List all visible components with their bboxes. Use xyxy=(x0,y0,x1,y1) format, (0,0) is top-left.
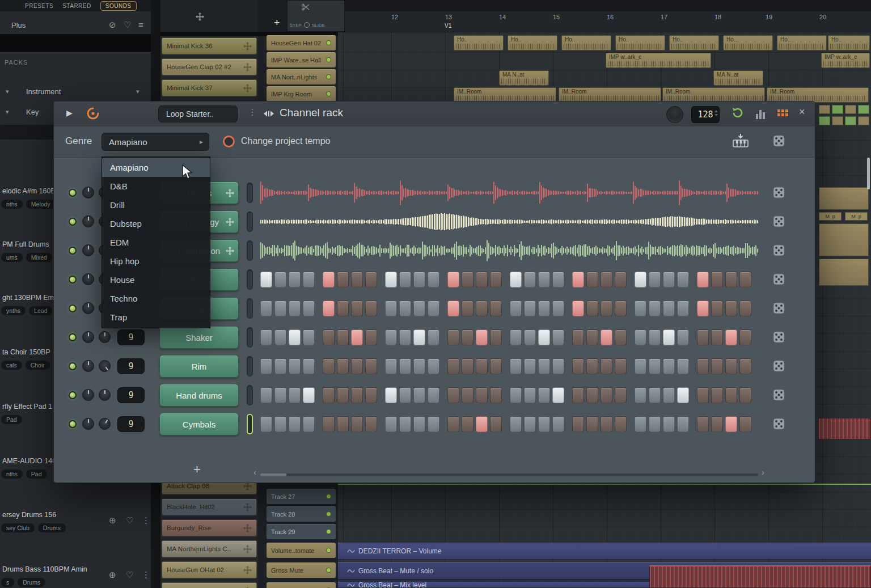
step-cell[interactable] xyxy=(615,272,627,287)
step-cell[interactable] xyxy=(351,272,363,287)
step-cell[interactable] xyxy=(351,416,363,432)
step-cell[interactable] xyxy=(677,329,689,345)
step-cell[interactable] xyxy=(677,358,689,374)
move-icon[interactable] xyxy=(243,545,252,553)
pan-knob[interactable] xyxy=(82,418,94,430)
step-cell[interactable] xyxy=(649,329,661,345)
tag-chip[interactable]: Pad xyxy=(1,415,22,424)
step-cell[interactable] xyxy=(476,358,488,374)
step-cell[interactable] xyxy=(399,272,411,287)
step-cell[interactable] xyxy=(615,301,627,316)
step-cell[interactable] xyxy=(572,272,584,287)
step-cell[interactable] xyxy=(649,416,661,432)
channel-target-indicator[interactable] xyxy=(247,240,253,261)
step-cell[interactable] xyxy=(725,301,737,316)
step-cell[interactable] xyxy=(413,301,425,316)
add-channel-button[interactable]: + xyxy=(193,462,201,477)
step-cell[interactable] xyxy=(725,416,737,432)
step-cell[interactable] xyxy=(413,387,425,403)
tempo-display[interactable]: 128 xyxy=(691,106,720,123)
step-cell[interactable] xyxy=(635,329,646,345)
dice-icon[interactable] xyxy=(773,187,785,198)
dice-icon[interactable] xyxy=(773,302,785,314)
scroll-right-icon[interactable]: › xyxy=(762,467,764,477)
mini-cell[interactable] xyxy=(819,116,830,125)
step-cell[interactable] xyxy=(274,416,286,432)
tag-chip[interactable]: Drums xyxy=(38,523,66,532)
step-cell[interactable] xyxy=(365,358,377,374)
dice-icon[interactable] xyxy=(773,215,785,227)
step-cell[interactable] xyxy=(649,358,661,374)
step-cell[interactable] xyxy=(260,301,272,316)
step-cell[interactable] xyxy=(462,358,473,374)
step-cell[interactable] xyxy=(615,387,627,403)
dice-icon[interactable] xyxy=(773,244,785,256)
step-cell[interactable] xyxy=(260,329,272,345)
genre-option-dubstep[interactable]: Dubstep xyxy=(102,214,210,233)
step-cell[interactable] xyxy=(385,301,397,316)
browser-tab-presets[interactable]: PRESETS xyxy=(25,3,53,9)
step-cell[interactable] xyxy=(663,329,675,345)
channel-target-indicator[interactable] xyxy=(247,385,253,405)
step-cell[interactable] xyxy=(711,416,723,432)
step-cell[interactable] xyxy=(289,387,301,403)
step-cell[interactable] xyxy=(303,358,315,374)
step-cell[interactable] xyxy=(476,416,488,432)
step-cell[interactable] xyxy=(365,272,377,287)
tag-chip[interactable]: nths xyxy=(1,469,23,479)
channel-button-rim[interactable]: Rim xyxy=(159,355,239,378)
step-cell[interactable] xyxy=(337,416,349,432)
step-cell[interactable] xyxy=(711,358,723,374)
step-cell[interactable] xyxy=(552,272,564,287)
step-cell[interactable] xyxy=(663,358,675,374)
step-cell[interactable] xyxy=(428,416,439,432)
step-cell[interactable] xyxy=(428,272,439,287)
step-cell[interactable] xyxy=(365,416,377,432)
scrollbar-thumb[interactable] xyxy=(260,473,286,476)
step-cell[interactable] xyxy=(323,416,335,432)
playlist-clip[interactable]: IM..Room xyxy=(662,87,765,103)
mini-cell[interactable] xyxy=(845,116,856,125)
step-cell[interactable] xyxy=(289,416,301,432)
step-cell[interactable] xyxy=(663,387,675,403)
move-icon[interactable] xyxy=(226,189,234,197)
step-cell[interactable] xyxy=(365,387,377,403)
tag-chip[interactable]: Lead xyxy=(29,306,52,315)
filter-icon[interactable]: ⊘ xyxy=(109,20,116,30)
close-icon[interactable]: × xyxy=(799,106,805,118)
step-cell[interactable] xyxy=(663,301,675,316)
step-cell[interactable] xyxy=(337,387,349,403)
track-enable-led[interactable] xyxy=(326,548,331,553)
search-input[interactable] xyxy=(0,34,151,52)
mini-cell[interactable] xyxy=(832,105,843,114)
genre-option-techno[interactable]: Techno xyxy=(102,289,210,308)
step-cell[interactable] xyxy=(260,416,272,432)
step-cell[interactable] xyxy=(337,358,349,374)
step-cell[interactable] xyxy=(615,329,627,345)
step-cell[interactable] xyxy=(711,387,723,403)
genre-option-hip-hop[interactable]: Hip hop xyxy=(102,252,210,270)
pan-knob[interactable] xyxy=(82,331,94,343)
randomize-icon[interactable] xyxy=(773,135,785,147)
track-label[interactable]: Track 27 xyxy=(267,489,336,504)
move-icon[interactable] xyxy=(243,566,252,574)
step-cell[interactable] xyxy=(663,272,675,287)
mute-led[interactable] xyxy=(69,276,77,284)
step-cell[interactable] xyxy=(260,272,272,287)
step-cell[interactable] xyxy=(677,272,689,287)
step-cell[interactable] xyxy=(399,329,411,345)
step-cell[interactable] xyxy=(697,387,709,403)
pattern-clip[interactable]: MA NorthernLights C.. xyxy=(162,540,257,557)
step-cell[interactable] xyxy=(711,301,723,316)
step-cell[interactable] xyxy=(538,272,550,287)
undo-icon[interactable] xyxy=(731,107,743,119)
step-cell[interactable] xyxy=(510,387,522,403)
step-toggle-icon[interactable] xyxy=(304,22,310,28)
genre-option-drill[interactable]: Drill xyxy=(102,196,210,214)
tag-chip[interactable]: cals xyxy=(1,361,22,370)
mute-led[interactable] xyxy=(69,391,77,399)
step-cell[interactable] xyxy=(289,358,301,374)
step-cell[interactable] xyxy=(711,329,723,345)
playlist-clip[interactable]: IM..Room xyxy=(767,87,869,103)
step-cell[interactable] xyxy=(697,329,709,345)
